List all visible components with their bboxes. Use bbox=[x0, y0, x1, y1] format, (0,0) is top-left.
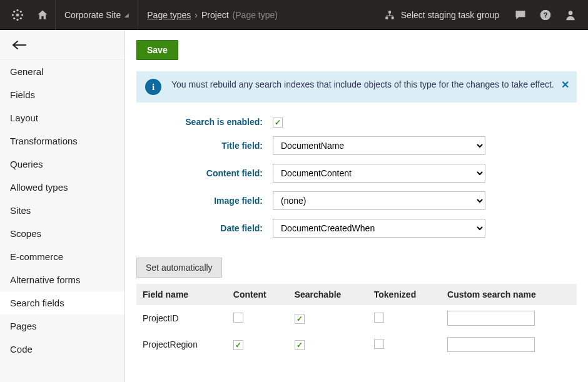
title-field-select[interactable]: DocumentName bbox=[273, 136, 485, 155]
home-icon[interactable] bbox=[30, 0, 55, 30]
breadcrumb: Page types › Project (Page type) bbox=[138, 10, 278, 20]
searchable-checkbox[interactable] bbox=[295, 340, 305, 350]
breadcrumb-current: Project bbox=[201, 10, 229, 20]
close-icon[interactable]: ✕ bbox=[561, 79, 569, 91]
info-notice: i You must rebuild any search indexes th… bbox=[136, 71, 577, 103]
svg-rect-9 bbox=[388, 11, 391, 13]
svg-rect-10 bbox=[385, 16, 388, 19]
sidebar-item-transformations[interactable]: Transformations bbox=[0, 129, 124, 153]
sidebar-item-pages[interactable]: Pages bbox=[0, 314, 124, 338]
table-header: Field name bbox=[136, 284, 227, 305]
search-fields-table: Field nameContentSearchableTokenizedCust… bbox=[136, 284, 577, 358]
svg-point-4 bbox=[21, 14, 23, 16]
image-field-label: Image field: bbox=[136, 196, 273, 206]
table-header: Searchable bbox=[288, 284, 368, 305]
main-content: Save i You must rebuild any search index… bbox=[125, 30, 588, 382]
date-field-select[interactable]: DocumentCreatedWhen bbox=[273, 219, 485, 238]
sidebar: GeneralFieldsLayoutTransformationsQuerie… bbox=[0, 30, 125, 382]
content-field-select[interactable]: DocumentContent bbox=[273, 164, 485, 183]
svg-point-14 bbox=[569, 11, 573, 15]
content-field-label: Content field: bbox=[136, 168, 273, 178]
site-selector-label: Corporate Site bbox=[64, 10, 121, 20]
sidebar-item-code[interactable]: Code bbox=[0, 338, 124, 361]
custom-search-name-input[interactable] bbox=[447, 337, 535, 352]
staging-task-group-selector[interactable]: Select staging task group bbox=[376, 10, 508, 20]
field-name-cell: ProjectRegion bbox=[136, 331, 227, 358]
date-field-label: Date field: bbox=[136, 223, 273, 233]
chevron-right-icon: › bbox=[195, 10, 198, 20]
sidebar-item-alternative-forms[interactable]: Alternative forms bbox=[0, 268, 124, 291]
topbar: Corporate Site ◢ Page types › Project (P… bbox=[0, 0, 588, 30]
content-checkbox[interactable] bbox=[233, 313, 243, 323]
user-icon[interactable] bbox=[558, 0, 583, 30]
back-arrow-icon bbox=[11, 40, 28, 50]
chat-icon[interactable] bbox=[508, 0, 533, 30]
sidebar-item-e-commerce[interactable]: E-commerce bbox=[0, 245, 124, 268]
help-icon[interactable]: ? bbox=[533, 0, 558, 30]
tokenized-checkbox[interactable] bbox=[374, 313, 384, 323]
svg-point-0 bbox=[16, 13, 19, 16]
hierarchy-icon bbox=[385, 10, 395, 20]
svg-point-1 bbox=[16, 9, 18, 11]
site-selector[interactable]: Corporate Site ◢ bbox=[55, 0, 138, 30]
staging-label: Select staging task group bbox=[401, 10, 499, 20]
custom-search-name-input[interactable] bbox=[447, 311, 535, 326]
table-row: ProjectRegion bbox=[136, 331, 577, 358]
search-enabled-label: Search is enabled: bbox=[136, 117, 273, 127]
info-icon: i bbox=[145, 79, 161, 95]
sidebar-item-fields[interactable]: Fields bbox=[0, 83, 124, 106]
svg-point-2 bbox=[16, 18, 18, 20]
dropdown-triangle-icon: ◢ bbox=[124, 12, 129, 18]
tokenized-checkbox[interactable] bbox=[374, 339, 384, 349]
back-button[interactable] bbox=[0, 30, 124, 60]
searchable-checkbox[interactable] bbox=[295, 314, 305, 324]
table-row: ProjectID bbox=[136, 305, 577, 331]
sidebar-item-queries[interactable]: Queries bbox=[0, 153, 124, 176]
search-enabled-checkbox[interactable] bbox=[273, 118, 283, 128]
sidebar-item-search-fields[interactable]: Search fields bbox=[0, 291, 124, 314]
breadcrumb-root[interactable]: Page types bbox=[147, 10, 191, 20]
svg-text:?: ? bbox=[543, 11, 547, 19]
sidebar-item-sites[interactable]: Sites bbox=[0, 199, 124, 222]
svg-point-8 bbox=[20, 17, 22, 19]
table-header: Content bbox=[227, 284, 288, 305]
set-automatically-button[interactable]: Set automatically bbox=[136, 258, 222, 278]
svg-point-7 bbox=[13, 17, 15, 19]
app-logo-icon[interactable] bbox=[5, 0, 30, 30]
svg-point-6 bbox=[20, 11, 22, 13]
breadcrumb-suffix: (Page type) bbox=[233, 10, 278, 20]
image-field-select[interactable]: (none) bbox=[273, 191, 485, 210]
search-settings-form: Search is enabled: Title field: Document… bbox=[136, 116, 577, 238]
title-field-label: Title field: bbox=[136, 141, 273, 151]
main-scroll[interactable]: Save i You must rebuild any search index… bbox=[125, 30, 588, 382]
table-header: Custom search name bbox=[441, 284, 577, 305]
svg-point-5 bbox=[13, 11, 15, 13]
save-button[interactable]: Save bbox=[136, 40, 178, 60]
svg-point-3 bbox=[12, 14, 14, 16]
sidebar-item-layout[interactable]: Layout bbox=[0, 106, 124, 129]
sidebar-item-allowed-types[interactable]: Allowed types bbox=[0, 176, 124, 199]
table-header: Tokenized bbox=[368, 284, 441, 305]
info-notice-text: You must rebuild any search indexes that… bbox=[171, 79, 568, 91]
svg-rect-11 bbox=[391, 16, 393, 19]
field-name-cell: ProjectID bbox=[136, 305, 227, 331]
content-checkbox[interactable] bbox=[233, 340, 243, 350]
sidebar-item-scopes[interactable]: Scopes bbox=[0, 222, 124, 245]
sidebar-item-general[interactable]: General bbox=[0, 60, 124, 83]
